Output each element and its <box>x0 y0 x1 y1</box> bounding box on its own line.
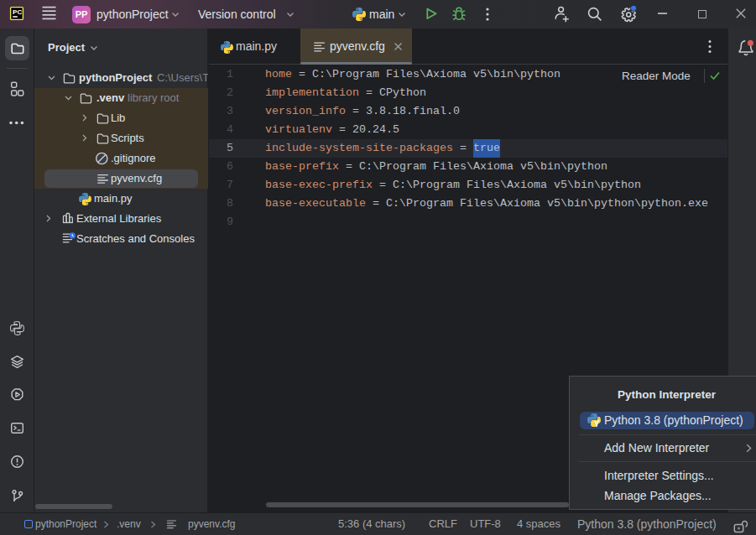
svg-text:PC: PC <box>13 8 22 16</box>
